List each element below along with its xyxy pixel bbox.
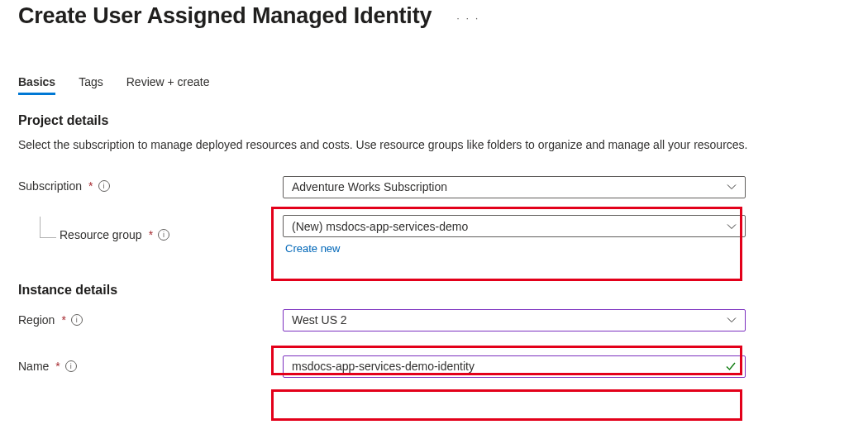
region-value: West US 2 — [292, 313, 727, 327]
label-region-text: Region — [18, 313, 55, 327]
resource-group-value: (New) msdocs-app-services-demo — [292, 220, 727, 233]
chevron-down-icon — [727, 222, 737, 231]
info-icon[interactable]: i — [158, 229, 169, 241]
tabs: Basics Tags Review + create — [18, 75, 850, 93]
ellipsis-icon: · · · — [456, 12, 479, 24]
label-region: Region * i — [18, 313, 283, 327]
more-menu[interactable]: · · · — [456, 12, 479, 24]
required-icon: * — [149, 228, 153, 241]
label-name-text: Name — [18, 360, 49, 373]
tree-indent-guide — [40, 217, 56, 238]
label-subscription-text: Subscription — [18, 179, 82, 193]
label-resource-group: Resource group * i — [18, 228, 283, 241]
tab-review-create[interactable]: Review + create — [126, 75, 210, 93]
page-header: Create User Assigned Managed Identity · … — [18, 0, 850, 29]
tab-basics[interactable]: Basics — [18, 75, 55, 93]
region-select[interactable]: West US 2 — [283, 309, 746, 331]
row-subscription: Subscription * i Adventure Works Subscri… — [18, 172, 850, 200]
label-subscription: Subscription * i — [18, 179, 283, 193]
page-title: Create User Assigned Managed Identity — [18, 3, 432, 29]
chevron-down-icon — [727, 315, 737, 325]
name-value: msdocs-app-services-demo-identity — [292, 360, 725, 373]
required-icon: * — [88, 179, 93, 193]
label-name: Name * i — [18, 360, 283, 373]
label-resource-group-text: Resource group — [60, 228, 142, 241]
highlight-name — [271, 389, 742, 421]
required-icon: * — [55, 360, 60, 373]
info-icon[interactable]: i — [98, 180, 110, 192]
name-input[interactable]: msdocs-app-services-demo-identity — [283, 355, 746, 378]
resource-group-select[interactable]: (New) msdocs-app-services-demo — [283, 215, 746, 237]
section-instance-details-title: Instance details — [18, 283, 850, 298]
row-region: Region * i West US 2 — [18, 306, 850, 334]
create-new-link[interactable]: Create new — [285, 242, 754, 255]
section-project-details-desc: Select the subscription to manage deploy… — [18, 136, 787, 154]
check-icon — [725, 360, 737, 372]
chevron-down-icon — [727, 182, 737, 192]
required-icon: * — [61, 313, 65, 327]
subscription-select[interactable]: Adventure Works Subscription — [283, 176, 746, 198]
row-resource-group: Resource group * i (New) msdocs-app-serv… — [18, 215, 850, 255]
section-project-details-title: Project details — [18, 113, 850, 128]
row-name: Name * i msdocs-app-services-demo-identi… — [18, 352, 850, 380]
info-icon[interactable]: i — [65, 360, 77, 372]
subscription-value: Adventure Works Subscription — [292, 180, 727, 193]
info-icon[interactable]: i — [71, 314, 83, 326]
tab-tags[interactable]: Tags — [79, 75, 103, 93]
